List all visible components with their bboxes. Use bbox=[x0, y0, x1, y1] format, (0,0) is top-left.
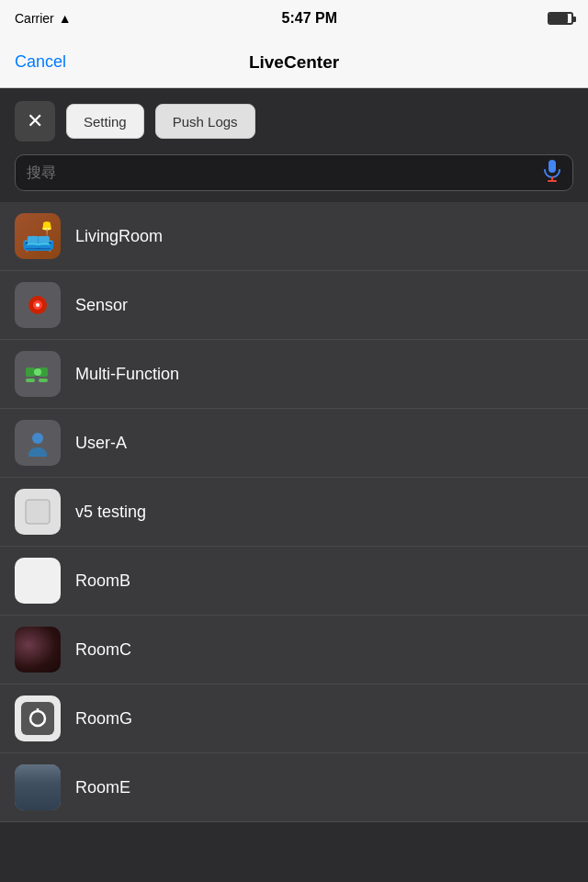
time-display: 5:47 PM bbox=[282, 10, 337, 27]
search-bar-container bbox=[0, 154, 588, 202]
status-bar: Carrier ▲ 5:47 PM bbox=[0, 0, 588, 37]
item-label: RoomB bbox=[75, 571, 130, 591]
svg-rect-13 bbox=[26, 500, 50, 524]
item-label: RoomG bbox=[75, 709, 132, 729]
roomb-icon bbox=[15, 558, 61, 604]
svg-rect-9 bbox=[39, 379, 48, 382]
item-label: LivingRoom bbox=[75, 227, 163, 246]
list-item[interactable]: RoomG bbox=[0, 684, 588, 753]
list-item[interactable]: RoomB bbox=[0, 547, 588, 616]
nav-bar: Cancel LiveCenter bbox=[0, 37, 588, 88]
item-label: User-A bbox=[75, 434, 127, 453]
device-list: 🛋️ LivingRoom Sensor bbox=[0, 202, 588, 822]
roomg-icon bbox=[15, 695, 61, 741]
list-item[interactable]: 🛋️ LivingRoom bbox=[0, 202, 588, 271]
list-item[interactable]: Multi-Function bbox=[0, 340, 588, 409]
list-item[interactable]: User-A bbox=[0, 409, 588, 478]
list-item[interactable]: v5 testing bbox=[0, 478, 588, 547]
battery-area bbox=[548, 12, 573, 25]
usera-icon bbox=[15, 420, 61, 466]
item-label: RoomC bbox=[75, 640, 131, 660]
setting-button[interactable]: Setting bbox=[66, 104, 144, 139]
mic-icon[interactable] bbox=[543, 160, 561, 187]
multifunction-icon bbox=[15, 351, 61, 397]
wifi-icon: ▲ bbox=[59, 11, 72, 26]
list-item[interactable]: RoomC bbox=[0, 616, 588, 684]
push-logs-button[interactable]: Push Logs bbox=[155, 104, 255, 139]
search-bar bbox=[15, 154, 573, 191]
roomc-icon bbox=[15, 627, 61, 673]
search-input[interactable] bbox=[27, 164, 536, 181]
carrier-text: Carrier bbox=[15, 11, 54, 26]
battery-icon bbox=[548, 12, 573, 25]
svg-point-5 bbox=[36, 303, 40, 307]
svg-rect-8 bbox=[26, 379, 35, 382]
svg-point-11 bbox=[32, 433, 43, 444]
toolbar: ✕ Setting Push Logs bbox=[0, 88, 588, 154]
close-icon: ✕ bbox=[27, 111, 43, 131]
svg-point-10 bbox=[34, 368, 41, 376]
close-button[interactable]: ✕ bbox=[15, 101, 55, 141]
svg-point-12 bbox=[28, 447, 47, 457]
v5testing-icon bbox=[15, 489, 61, 535]
sensor-icon bbox=[15, 282, 61, 328]
item-label: RoomE bbox=[75, 778, 130, 797]
svg-rect-0 bbox=[548, 160, 556, 173]
nav-title: LiveCenter bbox=[249, 52, 339, 73]
cancel-button[interactable]: Cancel bbox=[15, 52, 66, 72]
livingroom-icon: 🛋️ bbox=[15, 213, 61, 259]
item-label: v5 testing bbox=[75, 503, 146, 522]
roome-icon bbox=[15, 764, 61, 810]
main-content: ✕ Setting Push Logs 🛋️ LivingRoom bbox=[0, 88, 588, 882]
carrier-info: Carrier ▲ bbox=[15, 11, 72, 26]
list-item[interactable]: Sensor bbox=[0, 271, 588, 340]
list-item[interactable]: RoomE bbox=[0, 753, 588, 822]
item-label: Sensor bbox=[75, 296, 128, 315]
svg-point-14 bbox=[30, 711, 45, 726]
svg-rect-6 bbox=[26, 368, 35, 377]
item-label: Multi-Function bbox=[75, 365, 179, 384]
